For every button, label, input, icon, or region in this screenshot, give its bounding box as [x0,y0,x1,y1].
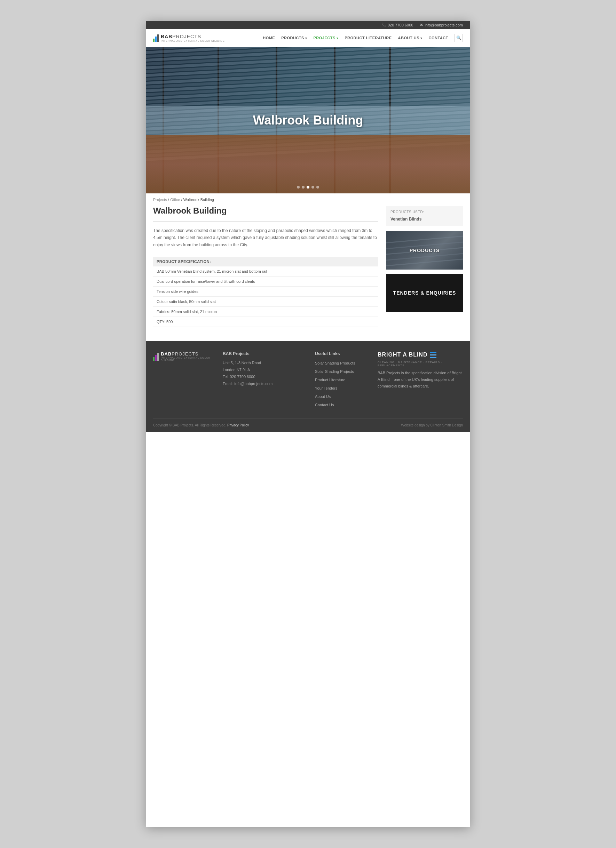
footer-logo-area: BABPROJECTS INTERNAL AND EXTERNAL SOLAR … [153,351,216,362]
footer-link-contact[interactable]: Contact Us [315,403,334,407]
spec-row-3: Tension side wire guides [153,287,378,297]
bb-line-1 [430,352,436,353]
breadcrumb-office[interactable]: Office [170,197,180,202]
footer-logo-icon [153,352,159,361]
spec-header-cell: PRODUCT SPECIFICATION: [153,257,378,267]
spec-header-row: PRODUCT SPECIFICATION: [153,257,378,267]
footer-logo-subtitle: INTERNAL AND EXTERNAL SOLAR SHADING [161,357,216,362]
tenders-card[interactable]: TENDERS & ENQUIRIES [386,274,463,312]
logo-text-area: BABPROJECTS INTERNAL AND EXTERNAL SOLAR … [161,34,225,42]
slat [146,53,470,73]
logo-projects: PROJECTS [172,34,201,39]
footer-logo-text-block: BABPROJECTS INTERNAL AND EXTERNAL SOLAR … [161,351,216,362]
slider-dot-5[interactable] [316,186,319,188]
products-card[interactable]: PRODUCTS [386,231,463,270]
spec-cell-4: Colour satin black, 50mm solid slat [153,297,378,307]
bright-blind-title: BRIGHT A BLIND [378,352,427,358]
phone-number: 020 7700 6000 [388,23,413,27]
slider-dot-2[interactable] [302,186,304,188]
phone-info: 📞 020 7700 6000 [381,22,413,27]
email-info: ✉ info@babprojects.com [420,22,463,27]
logo-area[interactable]: BABPROJECTS INTERNAL AND EXTERNAL SOLAR … [153,34,225,42]
tenders-card-label: TENDERS & ENQUIRIES [393,290,456,296]
footer-link-5[interactable]: About Us [315,393,371,399]
products-card-label: PRODUCTS [410,248,440,253]
products-used-item: Venetian Blinds [390,217,459,222]
spec-row-6: QTY: 500 [153,317,378,327]
privacy-link[interactable]: Privacy Policy [227,423,249,427]
main-content: Walbrook Building The specification was … [146,206,470,341]
footer-bright-col: BRIGHT A BLIND CLEANING · MAINTENANCE · … [378,351,463,410]
right-column: PRODUCTS USED: Venetian Blinds PROD [386,206,463,327]
slat [146,72,470,92]
bright-blind-subtitle: CLEANING · MAINTENANCE · REPAIRS · REPLA… [378,361,463,367]
site-header: BABPROJECTS INTERNAL AND EXTERNAL SOLAR … [146,29,470,47]
slat [146,87,470,107]
bb-line-3 [430,357,436,358]
bright-blind-header: BRIGHT A BLIND [378,351,463,358]
slider-dot-4[interactable] [312,186,314,188]
footer-bar-1 [153,357,154,361]
footer-link-4[interactable]: Your Tenders [315,385,371,391]
logo-text: BABPROJECTS [161,34,225,39]
footer-logo-projects: PROJECTS [172,351,198,357]
slat [146,47,470,65]
spec-row-5: Fabrics: 50mm solid slat, 21 micron [153,307,378,317]
footer-company-title: BAB Projects [223,351,308,356]
footer-credit: Website design by Clinton Smith Design [401,423,463,427]
footer-link-solar-products[interactable]: Solar Shading Products [315,361,355,365]
phone-icon: 📞 [381,22,386,27]
slider-dots [297,186,319,188]
left-column: Walbrook Building The specification was … [153,206,378,327]
slat [146,61,470,81]
copyright-text: Copyright © BAB Projects. All Rights Res… [153,423,226,427]
spec-cell-1: BAB 50mm Venetian Blind system. 21 micro… [153,267,378,277]
footer-bar-2 [155,355,157,361]
footer-link-3[interactable]: Product Literature [315,377,371,382]
slat [146,80,470,100]
nav-products[interactable]: PRODUCTS [281,36,307,40]
footer-link-tenders[interactable]: Your Tenders [315,386,337,390]
nav-about-us[interactable]: ABOUT US [398,36,423,40]
slat [146,57,470,77]
products-used-label: PRODUCTS USED: [390,210,459,214]
products-used-box: PRODUCTS USED: Venetian Blinds [386,206,463,226]
logo-bar-2 [155,37,157,42]
footer-link-about[interactable]: About Us [315,394,331,399]
nav-product-literature[interactable]: PRODUCT LITERATURE [344,36,392,40]
footer-bar-3 [157,353,159,361]
footer-links-list: Solar Shading Products Solar Shading Pro… [315,360,371,408]
slider-dot-3[interactable] [307,186,309,188]
slat [146,76,470,96]
slat [146,47,470,62]
footer-link-product-literature[interactable]: Product Literature [315,378,345,382]
spec-row-1: BAB 50mm Venetian Blind system. 21 micro… [153,267,378,277]
search-button[interactable]: 🔍 [454,34,463,42]
nav-home[interactable]: HOME [263,36,275,40]
tenders-card-overlay: TENDERS & ENQUIRIES [386,274,463,312]
logo-bab: BAB [161,34,172,39]
breadcrumb-projects[interactable]: Projects [153,197,167,202]
footer-link-solar-projects[interactable]: Solar Shading Projects [315,369,354,374]
logo-bar-1 [153,39,154,42]
spec-cell-2: Dual cord operation for raise/lower and … [153,277,378,287]
slat [146,68,470,88]
site-footer: BABPROJECTS INTERNAL AND EXTERNAL SOLAR … [146,341,470,432]
footer-address: Unit 5, 1-3 North Road London N7 9HA Tel… [223,360,308,387]
hero-section: Walbrook Building [146,47,470,193]
spec-row-4: Colour satin black, 50mm solid slat [153,297,378,307]
top-bar: 📞 020 7700 6000 ✉ info@babprojects.com [146,21,470,29]
footer-links-col: Useful Links Solar Shading Products Sola… [315,351,371,410]
breadcrumb-current: Walbrook Building [183,197,214,202]
address-email: Email: info@babprojects.com [223,381,308,387]
footer-link-6[interactable]: Contact Us [315,402,371,408]
nav-contact[interactable]: CONTACT [429,36,448,40]
nav-projects[interactable]: PROJECTS [313,36,338,40]
footer-link-1[interactable]: Solar Shading Products [315,360,371,366]
footer-link-2[interactable]: Solar Shading Projects [315,368,371,374]
slider-dot-1[interactable] [297,186,300,188]
spec-cell-3: Tension side wire guides [153,287,378,297]
address-phone: Tel: 020 7700 6000 [223,374,308,381]
footer-logo-col: BABPROJECTS INTERNAL AND EXTERNAL SOLAR … [153,351,216,410]
footer-bottom: Copyright © BAB Projects. All Rights Res… [153,418,463,432]
